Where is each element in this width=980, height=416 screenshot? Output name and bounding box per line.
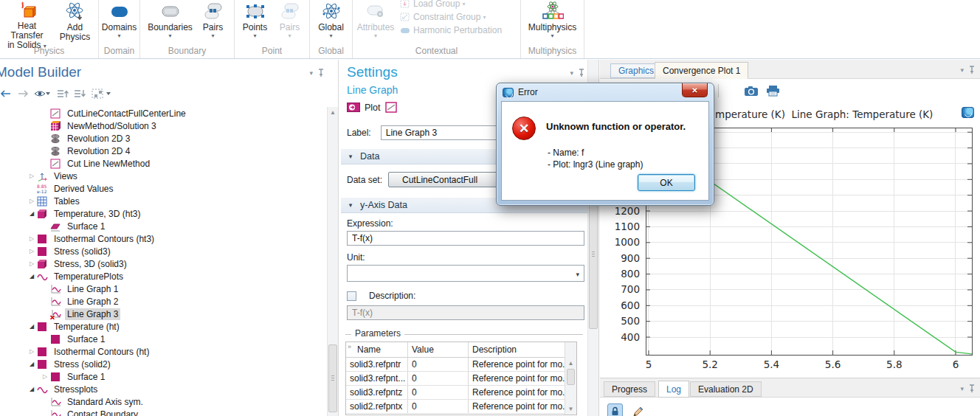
pin-icon[interactable] [968, 66, 976, 74]
table-row[interactable]: solid3.refpntr0Reference point for mo... [346, 358, 576, 372]
scroll-down-icon[interactable]: ▼ [565, 406, 576, 412]
tree-item[interactable]: ◢Stressplots [0, 383, 327, 395]
param-value-cell[interactable]: 0 [408, 372, 469, 385]
collapse-icon[interactable]: ◢ [27, 361, 37, 367]
tree-item[interactable]: ▷Views [0, 170, 327, 182]
col-header-description[interactable]: Description [469, 342, 557, 357]
panel-menu-chevron-icon[interactable] [960, 66, 964, 74]
pairs-button[interactable]: Pairs [196, 0, 230, 44]
tree-item[interactable]: NewMethod/Solution 3 [0, 119, 327, 132]
expand-icon[interactable]: ▷ [27, 260, 37, 267]
expand-icon[interactable]: ▷ [40, 373, 50, 380]
tree-item[interactable]: Line Graph 3 [0, 308, 327, 320]
printer-icon[interactable] [766, 85, 780, 97]
pin-icon[interactable] [578, 69, 585, 77]
scroll-up-icon[interactable]: ▲ [565, 360, 576, 367]
description-checkbox[interactable] [347, 291, 356, 301]
param-value-cell[interactable]: 0 [408, 386, 469, 399]
heat-transfer-in-solids-button[interactable]: Heat Transfer in Solids [1, 0, 53, 44]
tree-item[interactable]: Contact Boundary [0, 408, 327, 416]
model-tree-scrollbar[interactable]: ▲ [327, 107, 338, 416]
pin-icon[interactable] [968, 384, 976, 393]
tree-item[interactable]: ▷Stress, 3D (solid3) [0, 257, 327, 270]
unit-select[interactable] [347, 265, 584, 282]
tree-item[interactable]: ▷Stress (solid3) [0, 245, 327, 257]
back-arrow-icon[interactable] [0, 89, 12, 98]
global-button[interactable]: Global [313, 0, 350, 44]
param-name-cell[interactable]: solid3.refpntr [346, 358, 408, 371]
section-collapse-icon[interactable] [341, 153, 360, 160]
add-physics-button[interactable]: AddPhysics [53, 0, 97, 44]
tree-item[interactable]: ▷Tables [0, 195, 327, 207]
pin-icon[interactable] [317, 69, 325, 77]
points-button[interactable]: Points [238, 0, 273, 44]
tree-item[interactable]: ▷Isothermal Contours (ht3) [0, 232, 327, 245]
param-description-cell[interactable]: Reference point for mo... [469, 400, 565, 413]
tree-item[interactable]: ◢Temperature, 3D (ht3) [0, 207, 327, 220]
table-row[interactable]: solid3.refpntz0Reference point for mo... [346, 386, 576, 400]
section-collapse-icon[interactable] [341, 201, 360, 209]
close-icon[interactable]: ✕ [682, 83, 708, 97]
panel-menu-chevron-icon[interactable] [309, 69, 313, 77]
tree-item[interactable]: 8.85e-12Derived Values [0, 182, 327, 195]
collapse-icon[interactable]: ◢ [27, 210, 37, 217]
expand-icon[interactable]: ▷ [27, 173, 37, 179]
tab-progress[interactable]: Progress [604, 381, 655, 397]
parameters-table-scrollbar[interactable]: ▲ ▼ [565, 342, 576, 415]
boundaries-button[interactable]: Boundaries [145, 0, 196, 44]
collapse-icon[interactable]: ◢ [27, 323, 37, 330]
error-dialog-titlebar[interactable]: Error [497, 83, 714, 101]
param-description-cell[interactable]: Reference point for mo... [469, 386, 565, 399]
param-name-cell[interactable]: solid2.refpntx [346, 400, 408, 413]
param-name-cell[interactable]: solid3.refpnt... [346, 372, 408, 385]
forward-arrow-icon[interactable] [17, 89, 29, 98]
move-up-icon[interactable] [57, 89, 69, 99]
collapse-icon[interactable]: ◢ [27, 386, 37, 392]
panel-menu-chevron-icon[interactable] [570, 69, 573, 77]
tree-item[interactable]: ▷Isothermal Contours (ht) [0, 345, 327, 358]
lock-button[interactable] [607, 403, 623, 416]
expand-icon[interactable]: ▷ [27, 198, 37, 204]
table-row[interactable]: solid2.refpntx0Reference point for mo... [346, 400, 576, 414]
param-name-cell[interactable]: solid3.refpntz [346, 386, 408, 399]
move-down-icon[interactable] [74, 89, 86, 99]
tree-item[interactable]: ◢Stress (solid2) [0, 358, 327, 370]
param-description-cell[interactable]: Reference point for mo... [469, 358, 565, 371]
tab-evaluation-2d[interactable]: Evaluation 2D [690, 381, 762, 397]
tree-item[interactable]: ◢TemperaturePlots [0, 270, 327, 282]
tree-item[interactable]: Line Graph 1 [0, 282, 327, 295]
param-description-cell[interactable]: Reference point for mo... [469, 372, 565, 385]
ok-button[interactable]: OK [638, 174, 695, 191]
domains-button[interactable]: Domains [100, 0, 139, 44]
expand-icon[interactable]: ▷ [27, 235, 37, 242]
scrollbar-thumb[interactable] [567, 369, 575, 385]
scroll-up-icon[interactable]: ▲ [328, 109, 338, 116]
param-value-cell[interactable]: 0 [408, 358, 469, 371]
scrollbar-thumb[interactable] [328, 344, 337, 412]
camera-icon[interactable] [744, 86, 759, 97]
tree-item[interactable]: Revolution 2D 4 [0, 145, 327, 157]
expand-icon[interactable]: ▷ [27, 248, 37, 254]
plot-button-icon[interactable] [347, 103, 360, 112]
show-options-eye-icon[interactable] [34, 89, 52, 99]
expand-icon[interactable]: ▷ [27, 348, 37, 355]
pencil-icon[interactable] [632, 405, 643, 416]
tree-item[interactable]: Surface 1 [0, 333, 327, 345]
tree-item[interactable]: Revolution 2D 3 [0, 132, 327, 145]
tab-log[interactable]: Log [658, 381, 689, 398]
tree-item[interactable]: Standard Axis sym. [0, 395, 327, 408]
collapse-icon[interactable]: ◢ [27, 273, 37, 280]
plot-button-label[interactable]: Plot [365, 103, 381, 113]
table-row[interactable]: solid3.refpnt...0Reference point for mo.… [346, 372, 576, 386]
table-corner-icon[interactable]: » [348, 343, 351, 350]
expression-input[interactable] [347, 231, 584, 246]
multiphysics-button[interactable]: Multiphysics [524, 0, 582, 44]
tree-item[interactable]: Cut Line NewMethod [0, 157, 327, 170]
tree-item[interactable]: ◢Temperature (ht) [0, 320, 327, 333]
panel-menu-chevron-icon[interactable] [960, 385, 964, 392]
tree-item[interactable]: ▷Surface 1 [0, 370, 327, 383]
tab-convergence-plot-1[interactable]: Convergence Plot 1 [655, 62, 748, 79]
col-header-value[interactable]: Value [408, 342, 469, 357]
tree-item[interactable]: Line Graph 2 [0, 295, 327, 308]
model-tree-settings-icon[interactable] [91, 88, 111, 100]
